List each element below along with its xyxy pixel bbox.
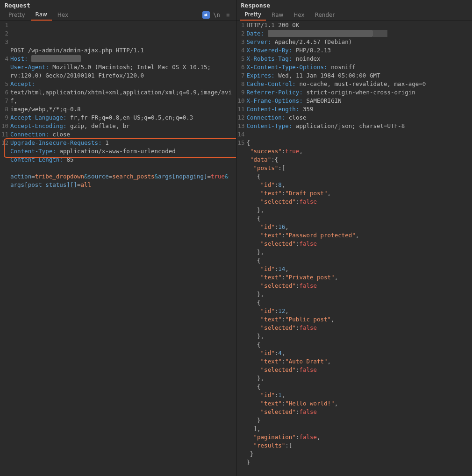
tab-hex[interactable]: Hex: [53, 10, 73, 20]
request-tabs: Pretty Raw Hex ⇄ \n ≡: [0, 9, 236, 21]
tab-raw[interactable]: Raw: [267, 10, 288, 20]
response-gutter: 123456789101112131415: [236, 21, 247, 476]
tab-pretty[interactable]: Pretty: [4, 10, 30, 20]
response-title: Response: [236, 0, 472, 9]
menu-icon[interactable]: ≡: [224, 11, 232, 19]
newline-icon[interactable]: \n: [213, 11, 221, 19]
request-title: Request: [0, 0, 236, 9]
format-icon[interactable]: ⇄: [202, 11, 210, 19]
request-editor[interactable]: 123456789101112 POST /wp-admin/admin-aja…: [0, 21, 236, 476]
response-tabs: Pretty Raw Hex Render: [236, 9, 472, 21]
request-code[interactable]: POST /wp-admin/admin-ajax.php HTTP/1.1Ho…: [10, 21, 236, 476]
response-code[interactable]: HTTP/1.1 200 OKDate: Server: Apache/2.4.…: [247, 21, 472, 476]
request-gutter: 123456789101112: [0, 21, 10, 476]
request-pane: Request Pretty Raw Hex ⇄ \n ≡ 1234567891…: [0, 0, 236, 476]
response-editor[interactable]: 123456789101112131415 HTTP/1.1 200 OKDat…: [236, 21, 472, 476]
response-pane: Response Pretty Raw Hex Render 123456789…: [236, 0, 472, 476]
tab-hex[interactable]: Hex: [289, 10, 309, 20]
tab-render[interactable]: Render: [310, 10, 340, 20]
tab-pretty[interactable]: Pretty: [240, 9, 266, 21]
tab-raw[interactable]: Raw: [31, 9, 52, 21]
